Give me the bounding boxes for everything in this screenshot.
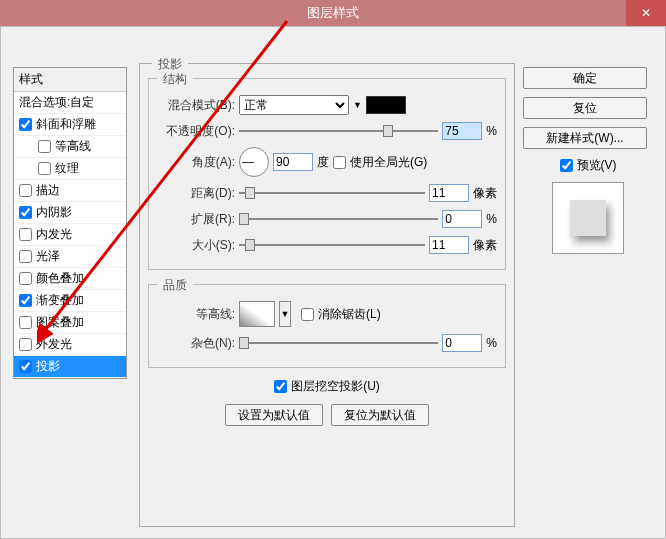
distance-slider[interactable] [239,186,425,200]
checkbox-inner-shadow[interactable] [19,206,32,219]
noise-unit: % [486,336,497,350]
knockout-checkbox[interactable] [274,380,287,393]
preview-box [552,182,624,254]
label-inner-glow: 内发光 [36,226,72,243]
style-texture[interactable]: 纹理 [14,158,126,180]
spread-unit: % [486,212,497,226]
antialias-label: 消除锯齿(L) [318,306,381,323]
opacity-unit: % [486,124,497,138]
label-bevel: 斜面和浮雕 [36,116,96,133]
label-color-overlay: 颜色叠加 [36,270,84,287]
opacity-slider[interactable] [239,124,438,138]
blend-options-label: 混合选项:自定 [19,94,94,111]
reset-default-button[interactable]: 复位为默认值 [331,404,429,426]
label-satin: 光泽 [36,248,60,265]
size-input[interactable] [429,236,469,254]
noise-slider[interactable] [239,336,438,350]
opacity-label: 不透明度(O): [157,123,235,140]
blend-options-row[interactable]: 混合选项:自定 [14,92,126,114]
styles-list: 样式 混合选项:自定 斜面和浮雕 等高线 纹理 描边 内阴影 内发光 光泽 颜色… [13,67,127,379]
checkbox-stroke[interactable] [19,184,32,197]
make-default-button[interactable]: 设置为默认值 [225,404,323,426]
distance-input[interactable] [429,184,469,202]
checkbox-drop-shadow[interactable] [19,360,32,373]
knockout-label: 图层挖空投影(U) [291,378,380,395]
contour-picker[interactable] [239,301,275,327]
spread-label: 扩展(R): [157,211,235,228]
shadow-color-swatch[interactable] [366,96,406,114]
noise-label: 杂色(N): [157,335,235,352]
label-gradient-overlay: 渐变叠加 [36,292,84,309]
cancel-button[interactable]: 复位 [523,97,647,119]
distance-label: 距离(D): [157,185,235,202]
styles-header: 样式 [14,68,126,92]
settings-panel: 投影 结构 混合模式(B): 正常 ▼ 不透明度(O): % 角度(A): 度 [139,63,515,527]
structure-group: 结构 混合模式(B): 正常 ▼ 不透明度(O): % 角度(A): 度 使用全… [148,78,506,270]
style-bevel[interactable]: 斜面和浮雕 [14,114,126,136]
size-label: 大小(S): [157,237,235,254]
right-column: 确定 复位 新建样式(W)... 预览(V) [523,67,653,262]
style-contour[interactable]: 等高线 [14,136,126,158]
window-title: 图层样式 [0,4,666,22]
style-inner-shadow[interactable]: 内阴影 [14,202,126,224]
titlebar: 图层样式 ✕ [0,0,666,26]
checkbox-color-overlay[interactable] [19,272,32,285]
style-inner-glow[interactable]: 内发光 [14,224,126,246]
preview-checkbox[interactable] [560,159,573,172]
contour-dropdown[interactable]: ▼ [279,301,291,327]
style-gradient-overlay[interactable]: 渐变叠加 [14,290,126,312]
checkbox-texture[interactable] [38,162,51,175]
label-stroke: 描边 [36,182,60,199]
style-stroke[interactable]: 描边 [14,180,126,202]
distance-unit: 像素 [473,185,497,202]
global-light-label: 使用全局光(G) [350,154,427,171]
style-satin[interactable]: 光泽 [14,246,126,268]
checkbox-inner-glow[interactable] [19,228,32,241]
size-slider[interactable] [239,238,425,252]
label-pattern-overlay: 图案叠加 [36,314,84,331]
label-drop-shadow: 投影 [36,358,60,375]
quality-group: 品质 等高线: ▼ 消除锯齿(L) 杂色(N): % [148,284,506,368]
angle-input[interactable] [273,153,313,171]
checkbox-pattern-overlay[interactable] [19,316,32,329]
style-color-overlay[interactable]: 颜色叠加 [14,268,126,290]
label-texture: 纹理 [55,160,79,177]
blend-mode-label: 混合模式(B): [157,97,235,114]
ok-button[interactable]: 确定 [523,67,647,89]
preview-thumbnail [570,200,606,236]
checkbox-outer-glow[interactable] [19,338,32,351]
global-light-checkbox[interactable] [333,156,346,169]
style-drop-shadow[interactable]: 投影 [14,356,126,378]
angle-unit: 度 [317,154,329,171]
checkbox-bevel[interactable] [19,118,32,131]
label-contour-sub: 等高线 [55,138,91,155]
blend-mode-select[interactable]: 正常 [239,95,349,115]
spread-slider[interactable] [239,212,438,226]
contour-label: 等高线: [157,306,235,323]
size-unit: 像素 [473,237,497,254]
new-style-button[interactable]: 新建样式(W)... [523,127,647,149]
label-outer-glow: 外发光 [36,336,72,353]
close-button[interactable]: ✕ [626,0,666,26]
opacity-input[interactable] [442,122,482,140]
style-outer-glow[interactable]: 外发光 [14,334,126,356]
style-pattern-overlay[interactable]: 图案叠加 [14,312,126,334]
close-icon: ✕ [641,6,651,20]
structure-title: 结构 [157,71,193,88]
antialias-checkbox[interactable] [301,308,314,321]
dialog-body: 样式 混合选项:自定 斜面和浮雕 等高线 纹理 描边 内阴影 内发光 光泽 颜色… [0,26,666,539]
angle-label: 角度(A): [157,154,235,171]
preview-label: 预览(V) [577,157,617,174]
checkbox-satin[interactable] [19,250,32,263]
quality-title: 品质 [157,277,193,294]
label-inner-shadow: 内阴影 [36,204,72,221]
noise-input[interactable] [442,334,482,352]
spread-input[interactable] [442,210,482,228]
checkbox-gradient-overlay[interactable] [19,294,32,307]
angle-dial[interactable] [239,147,269,177]
chevron-down-icon: ▼ [353,100,362,110]
checkbox-contour[interactable] [38,140,51,153]
